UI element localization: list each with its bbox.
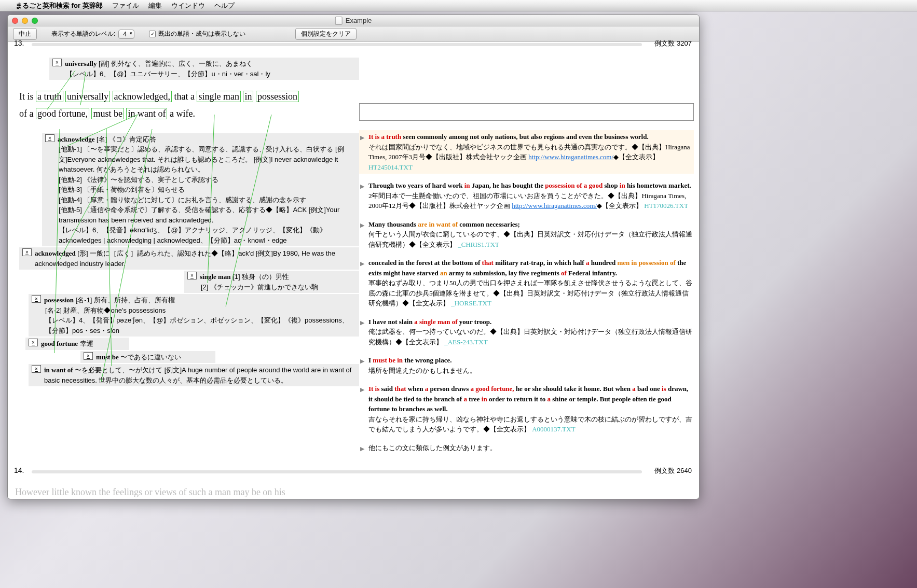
- window-title: Example: [346, 17, 372, 24]
- example-item[interactable]: ▶ Through two years of hard work in Japa…: [359, 179, 694, 213]
- hw-in-want-of[interactable]: in want of: [126, 108, 167, 119]
- remove-button[interactable]: ×: [84, 352, 93, 360]
- entry-must-be: × must be 〜であるに違いない: [80, 351, 215, 363]
- example-item[interactable]: ▶ It is a truth seen commonly among not …: [359, 130, 694, 174]
- titlebar: Example: [8, 15, 699, 26]
- hw-possession[interactable]: possession: [256, 91, 299, 102]
- entry-acknowledge: × acknowledge [名] 《コ》肯定応答 [他動-1] 〔〜を事実だと…: [42, 133, 359, 247]
- example-item[interactable]: ▶ concealed in the forest at the bottom …: [359, 256, 694, 310]
- checkbox-icon: ✓: [149, 31, 156, 37]
- entry-possession: × possession [名-1] 所有、所持、占有、所有権 [名-2] 財産…: [29, 294, 359, 337]
- disclosure-icon: ▶: [360, 444, 364, 453]
- hide-known-label: 既出の単語・成句は表示しない: [158, 30, 245, 38]
- menu-window[interactable]: ウインドウ: [171, 1, 205, 10]
- file-link[interactable]: _HORSE.TXT: [451, 299, 491, 307]
- remove-button[interactable]: ×: [29, 339, 38, 346]
- minimize-icon[interactable]: [22, 18, 28, 24]
- hw-universally[interactable]: universally: [65, 91, 110, 102]
- example-count-13: 例文数 3207: [654, 39, 692, 48]
- example-item[interactable]: ▶ Many thousands are in want of common n…: [359, 218, 694, 251]
- toolbar: 中止 表示する単語のレベル: 4 ✓ 既出の単語・成句は表示しない 個別設定をク…: [8, 26, 699, 42]
- macos-menubar: まるごと英和検索 for 英辞郎 ファイル 編集 ウインドウ ヘルプ: [0, 0, 917, 11]
- file-link[interactable]: A0000137.TXT: [532, 425, 575, 433]
- remove-button[interactable]: ×: [187, 272, 197, 279]
- hw-single-man[interactable]: single man: [197, 91, 241, 102]
- remove-button[interactable]: ×: [32, 295, 41, 303]
- entry-universally: × universally [副] 例外なく、普遍的に、広く、一般に、あまねく …: [49, 58, 359, 80]
- hw-good-fortune[interactable]: good fortune,: [36, 108, 89, 119]
- example-input[interactable]: [359, 103, 694, 121]
- entry-good-fortune: × good fortune 幸運: [25, 338, 129, 350]
- document-icon: [335, 17, 343, 25]
- menu-edit[interactable]: 編集: [148, 1, 162, 10]
- level-select[interactable]: 4: [118, 30, 134, 39]
- disclosure-icon: ▶: [360, 259, 364, 268]
- disclosure-icon: ▶: [360, 133, 364, 142]
- clear-settings-button[interactable]: 個別設定をクリア: [295, 28, 357, 40]
- section-divider: [32, 470, 642, 473]
- level-label: 表示する単語のレベル:: [51, 30, 115, 38]
- remove-button[interactable]: ×: [32, 365, 41, 373]
- hw-a-truth[interactable]: a truth: [36, 91, 63, 102]
- definitions-pane: × universally [副] 例外なく、普遍的に、広く、一般に、あまねく …: [8, 52, 359, 467]
- entry-in-want-of: × in want of 〜を必要として、〜が欠けて [例文]A huge nu…: [29, 364, 359, 386]
- remove-button[interactable]: ×: [22, 248, 32, 256]
- headword: universally: [65, 60, 97, 67]
- example-item[interactable]: ▶ It is said that when a person draws a …: [359, 382, 694, 436]
- menu-file[interactable]: ファイル: [112, 1, 139, 10]
- disclosure-icon: ▶: [360, 182, 364, 191]
- file-link[interactable]: HT170026.TXT: [644, 202, 688, 209]
- hide-known-checkbox[interactable]: ✓ 既出の単語・成句は表示しない: [149, 30, 245, 38]
- disclosure-icon: ▶: [360, 385, 364, 394]
- disclosure-icon: ▶: [360, 221, 364, 230]
- example-item[interactable]: ▶ I have not slain a single man of your …: [359, 315, 694, 349]
- disclosure-icon: ▶: [360, 318, 364, 327]
- remove-button[interactable]: ×: [45, 134, 54, 142]
- hw-acknowledged[interactable]: acknowledged,: [113, 91, 172, 102]
- hw-must-be[interactable]: must be: [91, 108, 124, 119]
- section-number-13: 13.: [14, 39, 24, 47]
- section-number-14: 14.: [14, 466, 24, 474]
- entry-single-man: × single man [1] 独身（の）男性 [2] 《チェッカー》前進しか…: [184, 271, 359, 293]
- app-name[interactable]: まるごと英和検索 for 英辞郎: [16, 1, 103, 10]
- menu-help[interactable]: ヘルプ: [214, 1, 235, 10]
- stop-button[interactable]: 中止: [13, 28, 37, 40]
- example-item[interactable]: ▶ I must be in the wrong place. 場所を間違えたの…: [359, 354, 694, 377]
- file-link[interactable]: _CHRIS1.TXT: [458, 241, 499, 248]
- source-link[interactable]: http://www.hiraganatimes.com/: [512, 202, 597, 209]
- next-sentence-preview: However little known the feelings or vie…: [8, 480, 699, 499]
- file-link[interactable]: _AES-243.TXT: [444, 338, 487, 346]
- close-icon[interactable]: [12, 18, 18, 24]
- entry-acknowledged: × acknowledged [形] 一般に［広く］認められた、認知された◆【略…: [19, 247, 359, 270]
- more-examples[interactable]: ▶ 他にもこの文に類似した例文があります。: [359, 441, 694, 455]
- main-window: Example 中止 表示する単語のレベル: 4 ✓ 既出の単語・成句は表示しな…: [7, 15, 700, 499]
- remove-button[interactable]: ×: [52, 59, 62, 66]
- entry-body: 【レベル】6、【@】ユニバーサリー、【分節】u・ni・ver・sal・ly: [52, 69, 356, 79]
- source-link[interactable]: http://www.hiraganatimes.com/: [528, 153, 613, 161]
- example-count-14: 例文数 2640: [654, 466, 692, 475]
- section-divider: [32, 43, 642, 46]
- zoom-icon[interactable]: [32, 18, 38, 24]
- hw-in[interactable]: in: [243, 91, 253, 102]
- source-sentence: It is a truth universally acknowledged, …: [13, 85, 359, 126]
- file-link[interactable]: HT245014.TXT: [368, 163, 413, 171]
- disclosure-icon: ▶: [360, 357, 364, 366]
- examples-pane: ▶ It is a truth seen commonly among not …: [359, 52, 699, 467]
